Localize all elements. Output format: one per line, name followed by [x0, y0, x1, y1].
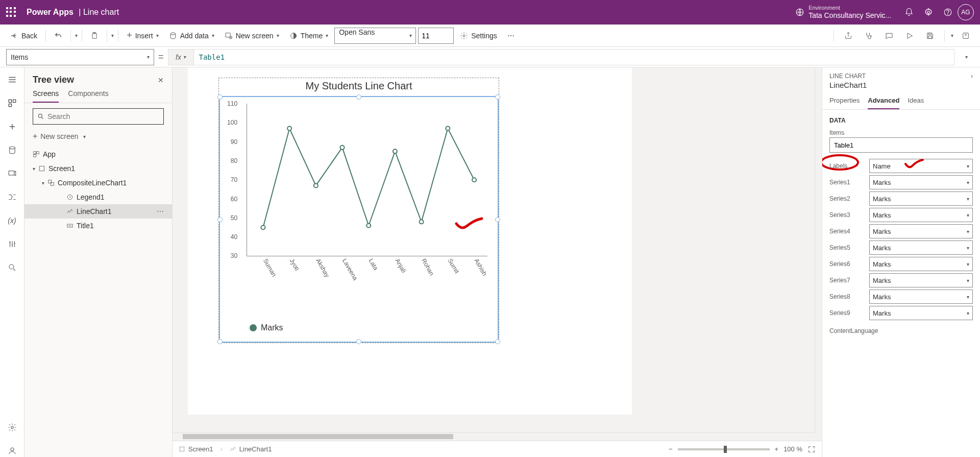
- screen-canvas[interactable]: My Students Line Chart 30405060708090100…: [188, 67, 632, 415]
- notifications-icon[interactable]: [899, 3, 919, 22]
- series7-select[interactable]: Marks▾: [869, 273, 973, 287]
- undo-icon: [54, 32, 62, 40]
- app-name: Power Apps: [27, 8, 74, 17]
- search-input[interactable]: [47, 112, 159, 121]
- series8-select[interactable]: Marks▾: [869, 290, 973, 304]
- content-lang-label: ContentLanguage: [829, 327, 973, 334]
- chart-container[interactable]: My Students Line Chart 30405060708090100…: [218, 78, 499, 343]
- scrollbar-horizontal[interactable]: [174, 432, 815, 440]
- undo-button[interactable]: [50, 30, 66, 42]
- settings-button[interactable]: Settings: [456, 30, 501, 42]
- add-data-button[interactable]: Add data▾: [165, 30, 218, 42]
- environment-picker[interactable]: EnvironmentTata Consultancy Servic...: [795, 5, 891, 20]
- more-icon[interactable]: ⋯: [157, 207, 168, 215]
- tab-screens[interactable]: Screens: [33, 89, 59, 103]
- tree-item-app[interactable]: App: [24, 147, 172, 161]
- property-select[interactable]: Items▾: [6, 49, 154, 65]
- series3-select[interactable]: Marks▾: [869, 208, 973, 222]
- series9-select[interactable]: Marks▾: [869, 306, 973, 320]
- series6-select[interactable]: Marks▾: [869, 257, 973, 271]
- zoom-in-button[interactable]: +: [775, 445, 779, 453]
- settings-rail-icon[interactable]: [6, 421, 18, 434]
- series6-row: Series6Marks▾: [822, 256, 980, 272]
- media-rail-icon[interactable]: [6, 167, 18, 180]
- theme-button[interactable]: Theme▾: [285, 30, 333, 42]
- more-button[interactable]: ⋯: [503, 30, 519, 42]
- expand-formula-button[interactable]: ▾: [959, 54, 974, 60]
- virtual-agent-icon[interactable]: [6, 445, 18, 457]
- fx-icon[interactable]: fx▾: [168, 50, 194, 65]
- breadcrumb-control[interactable]: LineChart1: [230, 445, 272, 453]
- tab-advanced[interactable]: Advanced: [868, 93, 899, 109]
- comments-button[interactable]: [881, 30, 897, 42]
- settings-icon[interactable]: [919, 3, 938, 22]
- svg-point-21: [11, 426, 13, 429]
- tab-ideas[interactable]: Ideas: [908, 93, 924, 109]
- svg-text:70: 70: [231, 176, 238, 183]
- breadcrumb-screen[interactable]: Screen1: [179, 445, 213, 453]
- legend-dot-icon: [250, 324, 257, 331]
- tools-rail-icon[interactable]: [6, 238, 18, 250]
- series2-select[interactable]: Marks▾: [869, 191, 973, 206]
- zoom-slider[interactable]: [678, 448, 770, 450]
- tab-components[interactable]: Components: [68, 89, 108, 103]
- data-rail-icon[interactable]: [6, 144, 18, 156]
- chevron-down-icon[interactable]: ▾: [111, 33, 114, 38]
- app-checker-button[interactable]: [861, 30, 877, 42]
- legend-icon: [66, 194, 74, 201]
- items-input[interactable]: [829, 137, 973, 153]
- formula-input[interactable]: Table1: [194, 53, 954, 61]
- tree-view-icon[interactable]: [6, 97, 18, 109]
- chevron-down-icon[interactable]: ▾: [75, 33, 78, 38]
- series4-select[interactable]: Marks▾: [869, 224, 973, 238]
- svg-rect-13: [928, 36, 932, 38]
- preview-button[interactable]: [901, 30, 918, 42]
- insert-button[interactable]: +Insert▾: [122, 28, 163, 43]
- svg-point-10: [463, 35, 465, 37]
- font-family-select[interactable]: Open Sans: [334, 28, 416, 44]
- fit-icon[interactable]: [807, 445, 816, 453]
- help-icon[interactable]: [938, 3, 958, 22]
- expand-icon[interactable]: ›: [971, 73, 973, 80]
- labels-select[interactable]: Name▾: [869, 159, 973, 173]
- publish-button[interactable]: [958, 30, 974, 42]
- series9-row: Series9Marks▾: [822, 305, 980, 321]
- chart-title: My Students Line Chart: [219, 78, 499, 94]
- hamburger-icon[interactable]: [6, 74, 18, 86]
- label-icon: [66, 222, 74, 229]
- waffle-icon[interactable]: [6, 7, 16, 17]
- tree-item-linechart[interactable]: LineChart1⋯: [24, 204, 172, 219]
- font-size-input[interactable]: [418, 28, 454, 44]
- tab-properties[interactable]: Properties: [829, 93, 860, 109]
- svg-point-49: [420, 220, 424, 224]
- zoom-out-button[interactable]: −: [669, 445, 673, 453]
- avatar[interactable]: AG: [958, 4, 974, 20]
- tree-item-legend[interactable]: Legend1: [24, 190, 172, 204]
- tree-item-composite[interactable]: ▾CompositeLineChart1: [24, 176, 172, 190]
- paste-button[interactable]: [86, 30, 103, 42]
- svg-text:Suman: Suman: [262, 257, 278, 278]
- svg-point-45: [314, 183, 318, 187]
- tree-item-title[interactable]: Title1: [24, 219, 172, 233]
- canvas[interactable]: My Students Line Chart 30405060708090100…: [173, 67, 822, 457]
- search-rail-icon[interactable]: [6, 261, 18, 274]
- variables-rail-icon[interactable]: (x): [6, 214, 18, 227]
- flows-rail-icon[interactable]: [6, 191, 18, 203]
- chevron-down-icon[interactable]: ▾: [951, 33, 953, 38]
- series5-select[interactable]: Marks▾: [869, 240, 973, 255]
- new-screen-tree-button[interactable]: +New screen▾: [33, 130, 164, 143]
- series1-select[interactable]: Marks▾: [869, 175, 973, 189]
- close-icon[interactable]: ✕: [158, 76, 164, 84]
- tree-item-screen1[interactable]: ▾Screen1: [24, 161, 172, 176]
- scrollbar-vertical[interactable]: [815, 68, 822, 432]
- series5-label: Series5: [829, 244, 865, 251]
- share-button[interactable]: [840, 30, 856, 42]
- insert-rail-icon[interactable]: [6, 121, 18, 133]
- back-button[interactable]: Back: [6, 30, 41, 42]
- tree-search[interactable]: [33, 108, 164, 125]
- svg-point-1: [927, 11, 930, 14]
- series4-label: Series4: [829, 228, 865, 235]
- series5-row: Series5Marks▾: [822, 239, 980, 256]
- new-screen-button[interactable]: New screen▾: [220, 30, 283, 42]
- save-button[interactable]: [922, 30, 938, 42]
